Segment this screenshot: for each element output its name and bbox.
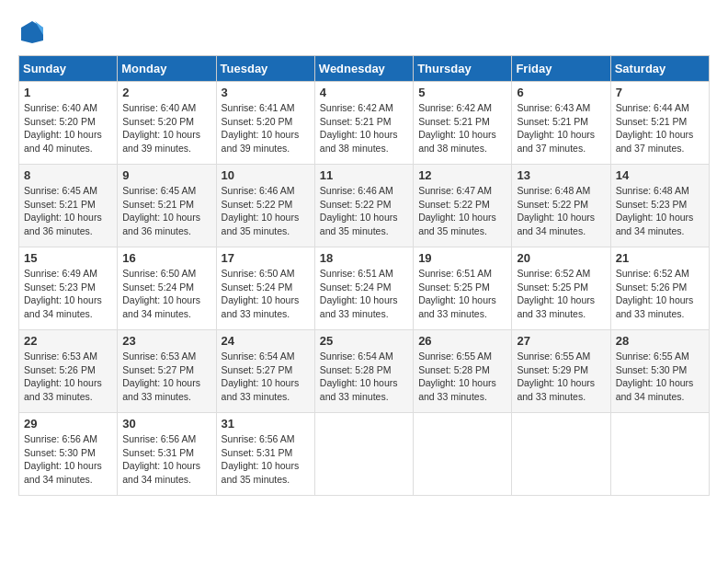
sunrise-text: Sunrise: 6:52 AM (517, 267, 605, 281)
calendar-cell-23: 23Sunrise: 6:53 AMSunset: 5:27 PMDayligh… (118, 330, 216, 413)
day-number: 12 (418, 168, 506, 182)
sunrise-text: Sunrise: 6:44 AM (616, 101, 704, 115)
daylight-text: Daylight: 10 hours and 38 minutes. (320, 128, 408, 155)
sunset-text: Sunset: 5:21 PM (616, 115, 704, 129)
daylight-text: Daylight: 10 hours and 33 minutes. (418, 293, 506, 320)
sunrise-text: Sunrise: 6:51 AM (418, 267, 506, 281)
sunset-text: Sunset: 5:26 PM (616, 281, 704, 294)
sunset-text: Sunset: 5:21 PM (24, 198, 112, 212)
day-number: 10 (222, 168, 310, 182)
sunset-text: Sunset: 5:21 PM (122, 198, 210, 212)
day-number: 30 (122, 417, 210, 431)
sunset-text: Sunset: 5:25 PM (517, 281, 605, 294)
sunset-text: Sunset: 5:23 PM (24, 281, 112, 294)
daylight-text: Daylight: 10 hours and 34 minutes. (122, 293, 210, 320)
sunrise-text: Sunrise: 6:46 AM (320, 184, 408, 198)
header-friday: Friday (512, 56, 610, 82)
sunset-text: Sunset: 5:20 PM (24, 115, 112, 129)
daylight-text: Daylight: 10 hours and 33 minutes. (320, 293, 408, 320)
sunrise-text: Sunrise: 6:41 AM (222, 101, 310, 115)
calendar-cell-8: 8Sunrise: 6:45 AMSunset: 5:21 PMDaylight… (19, 165, 118, 247)
calendar-week-row: 15Sunrise: 6:49 AMSunset: 5:23 PMDayligh… (19, 247, 710, 330)
daylight-text: Daylight: 10 hours and 34 minutes. (122, 459, 210, 486)
day-number: 24 (222, 334, 310, 348)
sunrise-text: Sunrise: 6:49 AM (24, 267, 112, 281)
sunset-text: Sunset: 5:20 PM (122, 115, 210, 129)
sunrise-text: Sunrise: 6:55 AM (517, 350, 605, 363)
calendar-cell-4: 4Sunrise: 6:42 AMSunset: 5:21 PMDaylight… (314, 82, 413, 165)
calendar-cell-13: 13Sunrise: 6:48 AMSunset: 5:22 PMDayligh… (512, 165, 610, 247)
sunrise-text: Sunrise: 6:51 AM (320, 267, 408, 281)
sunset-text: Sunset: 5:21 PM (517, 115, 605, 129)
logo (18, 18, 50, 46)
calendar-cell-16: 16Sunrise: 6:50 AMSunset: 5:24 PMDayligh… (118, 247, 216, 330)
sunrise-text: Sunrise: 6:43 AM (517, 101, 605, 115)
sunset-text: Sunset: 5:24 PM (222, 281, 310, 294)
day-number: 14 (616, 168, 704, 182)
header-sunday: Sunday (19, 56, 118, 82)
calendar-week-row: 22Sunrise: 6:53 AMSunset: 5:26 PMDayligh… (19, 330, 710, 413)
sunrise-text: Sunrise: 6:40 AM (122, 101, 210, 115)
daylight-text: Daylight: 10 hours and 34 minutes. (24, 293, 112, 320)
day-number: 21 (616, 251, 704, 265)
sunrise-text: Sunrise: 6:46 AM (222, 184, 310, 198)
sunrise-text: Sunrise: 6:56 AM (24, 432, 112, 446)
sunset-text: Sunset: 5:28 PM (418, 363, 506, 377)
calendar-cell-22: 22Sunrise: 6:53 AMSunset: 5:26 PMDayligh… (19, 330, 118, 413)
daylight-text: Daylight: 10 hours and 33 minutes. (616, 293, 704, 320)
calendar-cell-1: 1Sunrise: 6:40 AMSunset: 5:20 PMDaylight… (19, 82, 118, 165)
sunset-text: Sunset: 5:21 PM (320, 115, 408, 129)
sunrise-text: Sunrise: 6:40 AM (24, 101, 112, 115)
day-number: 8 (24, 168, 112, 182)
day-number: 6 (517, 86, 605, 99)
daylight-text: Daylight: 10 hours and 33 minutes. (517, 293, 605, 320)
day-number: 31 (222, 417, 310, 431)
calendar-cell-12: 12Sunrise: 6:47 AMSunset: 5:22 PMDayligh… (414, 165, 512, 247)
daylight-text: Daylight: 10 hours and 33 minutes. (24, 376, 112, 403)
sunrise-text: Sunrise: 6:56 AM (222, 432, 310, 446)
calendar-cell-15: 15Sunrise: 6:49 AMSunset: 5:23 PMDayligh… (19, 247, 118, 330)
sunset-text: Sunset: 5:24 PM (320, 281, 408, 294)
calendar-cell-17: 17Sunrise: 6:50 AMSunset: 5:24 PMDayligh… (216, 247, 314, 330)
sunrise-text: Sunrise: 6:42 AM (320, 101, 408, 115)
sunset-text: Sunset: 5:26 PM (24, 363, 112, 377)
daylight-text: Daylight: 10 hours and 36 minutes. (122, 211, 210, 237)
sunset-text: Sunset: 5:30 PM (616, 363, 704, 377)
daylight-text: Daylight: 10 hours and 36 minutes. (24, 211, 112, 237)
svg-marker-0 (21, 21, 43, 43)
sunset-text: Sunset: 5:22 PM (418, 198, 506, 212)
calendar-cell-3: 3Sunrise: 6:41 AMSunset: 5:20 PMDaylight… (216, 82, 314, 165)
calendar-week-row: 8Sunrise: 6:45 AMSunset: 5:21 PMDaylight… (19, 165, 710, 247)
daylight-text: Daylight: 10 hours and 34 minutes. (517, 211, 605, 237)
empty-cell (414, 413, 512, 496)
header-monday: Monday (118, 56, 216, 82)
calendar-cell-19: 19Sunrise: 6:51 AMSunset: 5:25 PMDayligh… (414, 247, 512, 330)
empty-cell (512, 413, 610, 496)
sunrise-text: Sunrise: 6:48 AM (517, 184, 605, 198)
day-number: 26 (418, 334, 506, 348)
day-number: 20 (517, 251, 605, 265)
sunrise-text: Sunrise: 6:55 AM (616, 350, 704, 363)
day-number: 13 (517, 168, 605, 182)
sunrise-text: Sunrise: 6:55 AM (418, 350, 506, 363)
header-thursday: Thursday (414, 56, 512, 82)
sunset-text: Sunset: 5:22 PM (517, 198, 605, 212)
sunset-text: Sunset: 5:31 PM (222, 446, 310, 460)
daylight-text: Daylight: 10 hours and 35 minutes. (222, 211, 310, 237)
day-number: 7 (616, 86, 704, 99)
sunrise-text: Sunrise: 6:45 AM (24, 184, 112, 198)
daylight-text: Daylight: 10 hours and 35 minutes. (320, 211, 408, 237)
calendar-cell-7: 7Sunrise: 6:44 AMSunset: 5:21 PMDaylight… (610, 82, 709, 165)
calendar-header-row: SundayMondayTuesdayWednesdayThursdayFrid… (19, 56, 710, 82)
day-number: 5 (418, 86, 506, 99)
day-number: 28 (616, 334, 704, 348)
calendar-cell-9: 9Sunrise: 6:45 AMSunset: 5:21 PMDaylight… (118, 165, 216, 247)
sunset-text: Sunset: 5:29 PM (517, 363, 605, 377)
day-number: 27 (517, 334, 605, 348)
day-number: 3 (222, 86, 310, 99)
sunset-text: Sunset: 5:28 PM (320, 363, 408, 377)
sunrise-text: Sunrise: 6:53 AM (24, 350, 112, 363)
sunrise-text: Sunrise: 6:45 AM (122, 184, 210, 198)
daylight-text: Daylight: 10 hours and 34 minutes. (616, 376, 704, 403)
sunrise-text: Sunrise: 6:54 AM (320, 350, 408, 363)
